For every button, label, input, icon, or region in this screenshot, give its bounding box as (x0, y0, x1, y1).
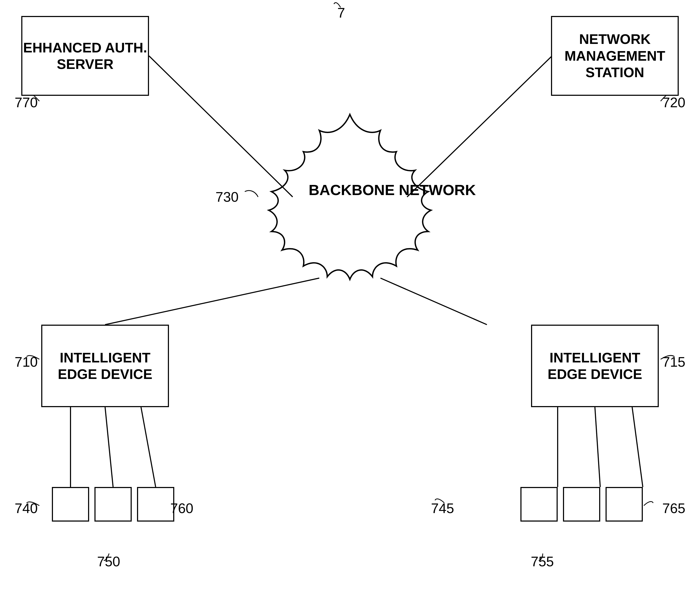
terminal-right-1 (520, 487, 558, 522)
svg-line-9 (632, 407, 643, 487)
edge-right-box: INTELLIGENT EDGE DEVICE (531, 325, 659, 407)
callout-740: 740 (15, 500, 38, 516)
svg-line-5 (105, 407, 113, 487)
callout-750: 750 (97, 553, 120, 570)
diagram-container: EHHANCED AUTH. SERVER NETWORK MANAGEMENT… (0, 0, 700, 603)
auth-server-label: EHHANCED AUTH. SERVER (22, 40, 148, 73)
figure-number: 7 (338, 5, 345, 21)
svg-line-0 (149, 56, 293, 197)
edge-left-label: INTELLIGENT EDGE DEVICE (42, 349, 168, 383)
auth-server-box: EHHANCED AUTH. SERVER (21, 16, 149, 96)
terminal-left-1 (52, 487, 89, 522)
terminal-right-2 (563, 487, 600, 522)
callout-770: 770 (15, 95, 38, 110)
callout-765: 765 (662, 500, 685, 516)
terminal-left-2 (95, 487, 132, 522)
callout-760: 760 (170, 500, 194, 516)
svg-line-8 (595, 407, 600, 487)
svg-line-6 (141, 407, 156, 487)
edge-left-box: INTELLIGENT EDGE DEVICE (41, 325, 169, 407)
callout-745: 745 (431, 500, 454, 516)
svg-line-2 (105, 278, 319, 325)
nms-label: NETWORK MANAGEMENT STATION (552, 31, 678, 81)
svg-line-1 (407, 56, 552, 197)
nms-box: NETWORK MANAGEMENT STATION (551, 16, 679, 96)
callout-710: 710 (15, 354, 38, 370)
terminal-left-3 (137, 487, 174, 522)
callout-715: 715 (662, 354, 685, 370)
terminal-right-3 (605, 487, 643, 522)
backbone-label: BACKBONE NETWORK (309, 181, 476, 199)
callout-755: 755 (531, 553, 554, 570)
callout-720: 720 (662, 95, 685, 110)
edge-right-label: INTELLIGENT EDGE DEVICE (532, 349, 658, 383)
svg-line-3 (380, 278, 487, 325)
callout-730: 730 (216, 189, 239, 205)
